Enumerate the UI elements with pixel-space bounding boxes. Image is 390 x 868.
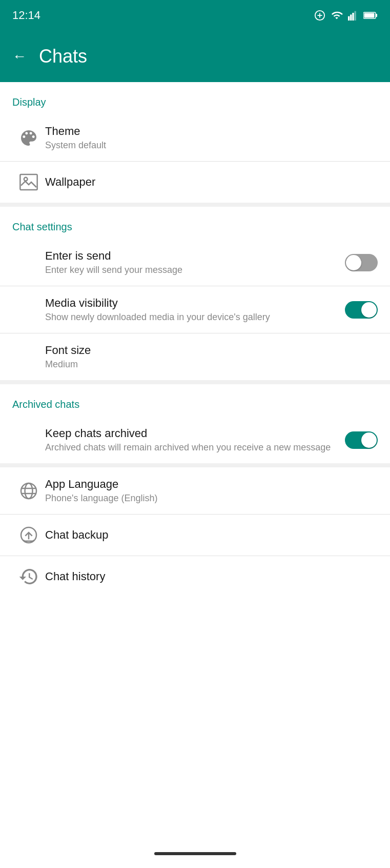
app-language-text: App Language Phone's language (English) bbox=[45, 478, 378, 504]
svg-point-12 bbox=[21, 483, 36, 499]
keep-chats-archived-toggle[interactable] bbox=[345, 431, 378, 449]
archived-chats-section-header: Archived chats bbox=[0, 384, 390, 417]
settings-content: Display Theme System default Wallpaper C… bbox=[0, 82, 390, 868]
chat-backup-icon-container bbox=[12, 525, 45, 545]
section-divider-2 bbox=[0, 380, 390, 384]
font-size-text: Font size Medium bbox=[45, 344, 378, 370]
history-icon bbox=[18, 566, 39, 587]
keep-chats-archived-setting[interactable]: Keep chats archived Archived chats will … bbox=[0, 417, 390, 463]
chat-history-icon-container bbox=[12, 566, 45, 587]
wallpaper-title: Wallpaper bbox=[45, 175, 378, 189]
app-language-icon-container bbox=[12, 481, 45, 501]
media-visibility-toggle[interactable] bbox=[345, 301, 378, 319]
chat-history-title: Chat history bbox=[45, 570, 378, 583]
svg-rect-4 bbox=[350, 14, 352, 21]
chat-backup-setting[interactable]: Chat backup bbox=[0, 515, 390, 556]
enter-is-send-setting[interactable]: Enter is send Enter key will send your m… bbox=[0, 239, 390, 286]
theme-text: Theme System default bbox=[45, 125, 378, 151]
media-visibility-title: Media visibility bbox=[45, 297, 345, 310]
svg-point-11 bbox=[24, 177, 28, 181]
app-language-title: App Language bbox=[45, 478, 378, 491]
chat-settings-section-header: Chat settings bbox=[0, 207, 390, 239]
circle-plus-icon bbox=[314, 10, 325, 21]
media-visibility-setting[interactable]: Media visibility Show newly downloaded m… bbox=[0, 286, 390, 333]
page-header: ← Chats bbox=[0, 31, 390, 82]
chat-history-setting[interactable]: Chat history bbox=[0, 556, 390, 597]
back-button[interactable]: ← bbox=[12, 48, 27, 65]
chat-backup-title: Chat backup bbox=[45, 528, 378, 542]
page-title: Chats bbox=[39, 46, 87, 67]
app-language-subtitle: Phone's language (English) bbox=[45, 493, 378, 504]
font-size-title: Font size bbox=[45, 344, 378, 357]
upload-icon bbox=[18, 525, 39, 545]
wifi-icon bbox=[331, 10, 343, 21]
theme-subtitle: System default bbox=[45, 140, 378, 151]
globe-icon bbox=[18, 481, 39, 501]
media-visibility-toggle-thumb bbox=[361, 302, 377, 318]
svg-point-13 bbox=[25, 483, 33, 499]
app-language-setting[interactable]: App Language Phone's language (English) bbox=[0, 467, 390, 514]
svg-rect-5 bbox=[352, 13, 354, 21]
media-visibility-subtitle: Show newly downloaded media in your devi… bbox=[45, 312, 345, 323]
enter-is-send-subtitle: Enter key will send your message bbox=[45, 265, 345, 275]
wallpaper-icon bbox=[18, 172, 39, 192]
chat-backup-text: Chat backup bbox=[45, 528, 378, 542]
keep-chats-archived-subtitle: Archived chats will remain archived when… bbox=[45, 442, 345, 453]
enter-is-send-toggle[interactable] bbox=[345, 254, 378, 271]
signal-icon bbox=[348, 10, 358, 21]
battery-icon bbox=[363, 10, 378, 21]
display-section-header: Display bbox=[0, 82, 390, 114]
navigation-bar bbox=[0, 839, 390, 868]
theme-title: Theme bbox=[45, 125, 378, 138]
status-time: 12:14 bbox=[12, 9, 40, 22]
keep-chats-archived-title: Keep chats archived bbox=[45, 427, 345, 440]
font-size-setting[interactable]: Font size Medium bbox=[0, 333, 390, 380]
svg-rect-6 bbox=[355, 11, 356, 21]
enter-is-send-toggle-thumb bbox=[346, 255, 361, 270]
chat-history-text: Chat history bbox=[45, 570, 378, 583]
section-divider-1 bbox=[0, 203, 390, 207]
theme-setting[interactable]: Theme System default bbox=[0, 114, 390, 161]
status-icons bbox=[314, 10, 378, 21]
section-divider-3 bbox=[0, 463, 390, 467]
wallpaper-icon-container bbox=[12, 172, 45, 192]
font-size-subtitle: Medium bbox=[45, 359, 378, 370]
enter-is-send-text: Enter is send Enter key will send your m… bbox=[45, 249, 345, 275]
theme-icon bbox=[18, 128, 39, 148]
nav-indicator bbox=[154, 852, 236, 855]
keep-chats-archived-text: Keep chats archived Archived chats will … bbox=[45, 427, 345, 453]
theme-icon-container bbox=[12, 128, 45, 148]
svg-rect-10 bbox=[20, 174, 37, 190]
svg-rect-9 bbox=[364, 13, 375, 18]
svg-rect-3 bbox=[348, 16, 350, 21]
keep-chats-archived-toggle-thumb bbox=[361, 432, 377, 448]
wallpaper-text: Wallpaper bbox=[45, 175, 378, 189]
svg-rect-8 bbox=[376, 14, 377, 17]
wallpaper-setting[interactable]: Wallpaper bbox=[0, 162, 390, 203]
enter-is-send-title: Enter is send bbox=[45, 249, 345, 263]
status-bar: 12:14 bbox=[0, 0, 390, 31]
media-visibility-text: Media visibility Show newly downloaded m… bbox=[45, 297, 345, 323]
